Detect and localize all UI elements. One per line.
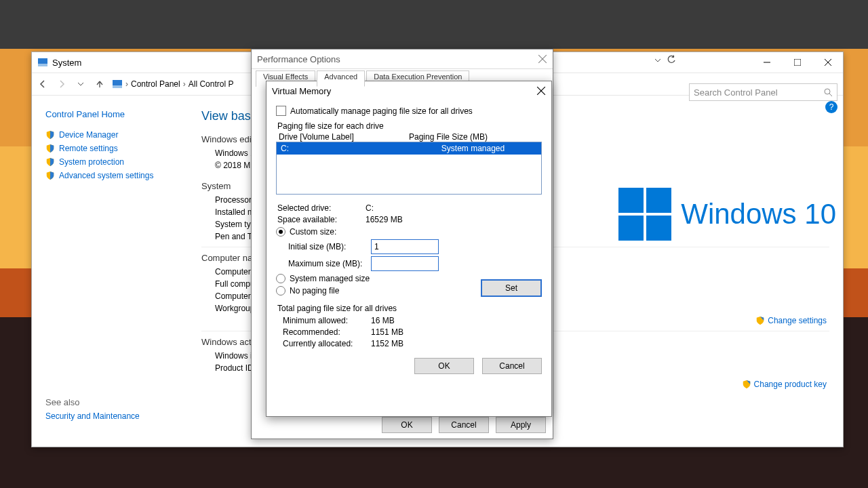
initial-size-label: Initial size (MB):: [288, 242, 364, 251]
perf-ok-button[interactable]: OK: [382, 417, 432, 433]
see-also-label: See also: [45, 397, 188, 407]
vm-title: Virtual Memory: [272, 86, 331, 96]
recent-button[interactable]: [74, 77, 87, 91]
col-size: Paging File Size (MB): [409, 132, 539, 142]
tab-advanced[interactable]: Advanced: [317, 70, 365, 87]
recommended-value: 1151 MB: [371, 327, 403, 337]
left-pane: Control Panel Home Device ManagerRemote …: [32, 100, 188, 447]
shield-icon: [755, 316, 765, 325]
breadcrumb-root[interactable]: Control Panel: [131, 79, 180, 89]
close-button[interactable]: [812, 52, 843, 73]
shield-icon: [45, 144, 55, 153]
windows-10-logo: Windows 10: [618, 188, 836, 241]
auto-manage-checkbox[interactable]: [276, 106, 286, 116]
drive-row-c[interactable]: C: System managed: [277, 142, 541, 155]
change-settings-link[interactable]: Change settings: [755, 316, 827, 325]
up-button[interactable]: [93, 77, 106, 91]
svg-rect-7: [113, 85, 122, 88]
drive-list[interactable]: C: System managed: [276, 142, 542, 195]
radio-system-managed[interactable]: [276, 274, 285, 283]
change-product-key-link[interactable]: Change product key: [742, 380, 827, 389]
maximum-size-label: Maximum size (MB):: [288, 259, 364, 268]
left-pane-link[interactable]: Device Manager: [45, 130, 188, 140]
shield-icon: [45, 130, 55, 140]
security-maintenance-link[interactable]: Security and Maintenance: [45, 411, 188, 421]
svg-point-8: [825, 89, 830, 94]
currently-allocated-label: Currently allocated:: [283, 339, 371, 348]
radio-system-label: System managed size: [290, 274, 370, 283]
vm-titlebar: Virtual Memory: [267, 81, 551, 100]
forward-button[interactable]: [55, 77, 68, 91]
total-paging-head: Total paging file size for all drives: [277, 304, 540, 313]
minimize-button[interactable]: [751, 52, 782, 73]
svg-rect-1: [38, 64, 47, 66]
auto-manage-label: Automatically manage paging file size fo…: [290, 106, 473, 116]
vm-cancel-button[interactable]: Cancel: [482, 358, 542, 374]
svg-rect-0: [38, 58, 47, 64]
control-panel-home-link[interactable]: Control Panel Home: [45, 109, 188, 119]
back-button[interactable]: [36, 77, 50, 91]
radio-custom-label: Custom size:: [290, 227, 336, 237]
perf-title: Performance Options: [257, 54, 340, 64]
left-pane-link[interactable]: Remote settings: [45, 144, 188, 153]
system-title: System: [52, 58, 81, 68]
selected-drive-label: Selected drive:: [277, 203, 366, 213]
col-drive: Drive [Volume Label]: [279, 132, 409, 142]
group-label: Paging file size for each drive: [277, 121, 542, 131]
refresh-icon[interactable]: [667, 55, 676, 66]
perf-cancel-button[interactable]: Cancel: [439, 417, 489, 433]
min-allowed-value: 16 MB: [371, 316, 395, 325]
radio-custom-size[interactable]: [276, 227, 285, 237]
close-icon[interactable]: [536, 86, 546, 96]
address-dropdown-icon[interactable]: [654, 56, 661, 66]
breadcrumb-mid[interactable]: All Control P: [189, 79, 234, 89]
maximum-size-input[interactable]: [371, 256, 439, 271]
svg-rect-3: [794, 59, 801, 66]
space-available-value: 16529 MB: [366, 215, 403, 224]
shield-icon: [45, 171, 55, 180]
vm-ok-button[interactable]: OK: [414, 358, 474, 374]
perf-apply-button[interactable]: Apply: [496, 417, 546, 433]
virtual-memory-dialog: Virtual Memory Automatically manage pagi…: [266, 81, 552, 417]
recommended-label: Recommended:: [283, 327, 371, 337]
radio-none-label: No paging file: [290, 286, 339, 296]
selected-drive-value: C:: [366, 203, 374, 213]
shield-icon: [45, 157, 55, 167]
min-allowed-label: Minimum allowed:: [283, 316, 371, 325]
svg-rect-6: [113, 80, 122, 85]
set-button[interactable]: Set: [481, 279, 542, 297]
currently-allocated-value: 1152 MB: [371, 339, 403, 348]
left-pane-link[interactable]: Advanced system settings: [45, 171, 188, 180]
shield-icon: [742, 380, 751, 389]
maximize-button[interactable]: [782, 52, 812, 73]
perf-titlebar: Performance Options: [252, 49, 553, 69]
breadcrumb[interactable]: › Control Panel › All Control P: [112, 79, 233, 89]
system-icon: [37, 57, 48, 68]
folder-icon: [112, 79, 123, 89]
close-icon[interactable]: [538, 54, 547, 64]
search-input[interactable]: Search Control Panel: [689, 83, 837, 101]
svg-line-9: [829, 94, 832, 96]
space-available-label: Space available:: [277, 215, 366, 224]
search-icon: [823, 87, 833, 97]
radio-no-paging[interactable]: [276, 286, 285, 296]
initial-size-input[interactable]: [371, 239, 439, 254]
left-pane-link[interactable]: System protection: [45, 157, 188, 167]
